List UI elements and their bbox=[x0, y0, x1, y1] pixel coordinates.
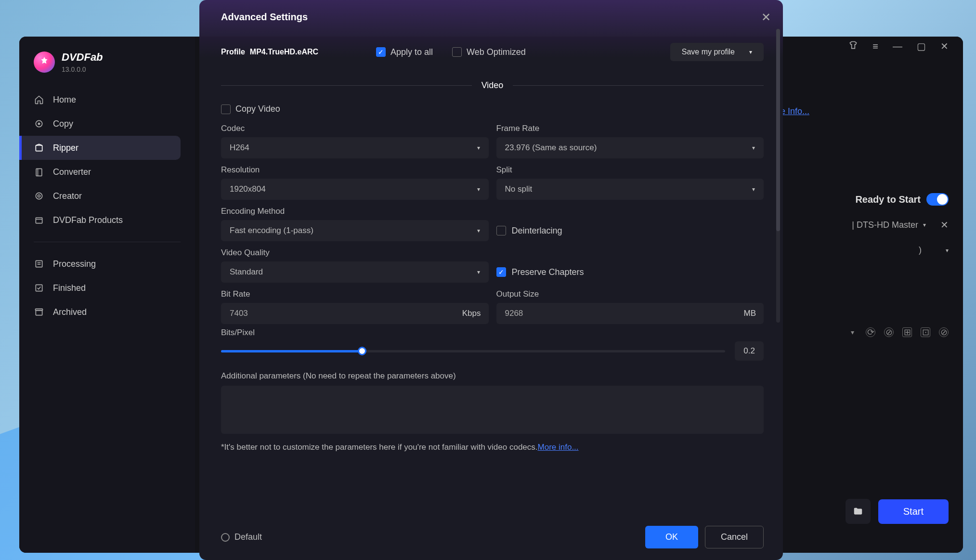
chevron-down-icon[interactable]: ▾ bbox=[923, 221, 926, 228]
sidebar-item-products[interactable]: DVDFab Products bbox=[19, 208, 195, 232]
brand-name: DVDFab bbox=[62, 51, 103, 64]
split-value: No split bbox=[505, 184, 533, 194]
output-folder-button[interactable] bbox=[846, 499, 871, 524]
default-radio[interactable]: Default bbox=[221, 532, 262, 542]
output-size-unit: MB bbox=[736, 309, 764, 318]
codec-value: H264 bbox=[230, 143, 249, 153]
checkbox-checked-icon: ✓ bbox=[496, 267, 506, 277]
web-optimized-label: Web Optimized bbox=[467, 47, 526, 57]
split-label: Split bbox=[496, 165, 764, 175]
finished-icon bbox=[34, 283, 44, 293]
chevron-down-icon[interactable]: ▾ bbox=[946, 247, 949, 254]
menu-icon[interactable]: ≡ bbox=[872, 41, 878, 52]
subtitle-label[interactable]: ) bbox=[919, 245, 922, 255]
divider-line bbox=[221, 85, 472, 86]
resolution-label: Resolution bbox=[221, 165, 489, 175]
slider-fill bbox=[221, 350, 362, 352]
bitspixel-slider[interactable] bbox=[221, 350, 725, 352]
action-icon-4[interactable]: ⊡ bbox=[921, 327, 930, 337]
checkbox-checked-icon: ✓ bbox=[376, 47, 386, 57]
bitrate-input[interactable] bbox=[221, 303, 455, 324]
version-label: 13.0.0.0 bbox=[62, 65, 103, 73]
deinterlacing-checkbox[interactable]: Deinterlacing bbox=[496, 220, 764, 241]
sidebar-item-ripper[interactable]: Ripper bbox=[19, 136, 181, 160]
svg-point-6 bbox=[38, 195, 40, 197]
codec-select[interactable]: H264 ▾ bbox=[221, 137, 489, 158]
ready-label: Ready to Start bbox=[855, 194, 921, 205]
sidebar-item-label: Copy bbox=[53, 119, 73, 129]
web-optimized-checkbox[interactable]: Web Optimized bbox=[452, 47, 526, 57]
minimize-button[interactable]: — bbox=[893, 41, 902, 52]
sidebar-item-processing[interactable]: Processing bbox=[19, 252, 195, 276]
cancel-button[interactable]: Cancel bbox=[705, 526, 764, 548]
quality-select[interactable]: Standard ▾ bbox=[221, 261, 489, 283]
ready-toggle[interactable] bbox=[926, 193, 949, 206]
apply-to-all-checkbox[interactable]: ✓ Apply to all bbox=[376, 47, 433, 57]
sidebar-item-label: Ripper bbox=[53, 143, 78, 153]
sidebar-item-label: Home bbox=[53, 95, 76, 105]
split-select[interactable]: No split ▾ bbox=[496, 179, 764, 200]
action-icon-1[interactable]: ⟳ bbox=[866, 327, 875, 337]
spacer bbox=[496, 207, 764, 216]
output-size-input[interactable] bbox=[496, 303, 736, 324]
tshirt-icon[interactable] bbox=[848, 40, 858, 52]
additional-params-input[interactable] bbox=[221, 386, 764, 434]
sidebar-item-label: Archived bbox=[53, 307, 87, 317]
audio-track-label[interactable]: | DTS-HD Master bbox=[852, 220, 918, 230]
resolution-select[interactable]: 1920x804 ▾ bbox=[221, 179, 489, 200]
start-button[interactable]: Start bbox=[878, 499, 949, 524]
modal-close-button[interactable]: ✕ bbox=[761, 11, 771, 24]
bitspixel-value: 0.2 bbox=[735, 341, 764, 361]
copy-video-checkbox[interactable]: Copy Video bbox=[221, 104, 280, 114]
sidebar: DVDFab 13.0.0.0 Home Copy Ripper Convert… bbox=[19, 37, 195, 553]
maximize-button[interactable]: ▢ bbox=[917, 40, 926, 52]
chevron-down-icon: ▾ bbox=[477, 186, 480, 193]
svg-rect-7 bbox=[36, 218, 42, 223]
section-video-label: Video bbox=[481, 80, 504, 91]
codec-label: Codec bbox=[221, 124, 489, 133]
sidebar-item-finished[interactable]: Finished bbox=[19, 276, 195, 300]
close-button[interactable]: ✕ bbox=[940, 40, 949, 52]
chevron-down-icon: ▾ bbox=[477, 144, 480, 151]
logo-icon bbox=[34, 52, 55, 73]
bitrate-label: Bit Rate bbox=[221, 289, 489, 299]
profile-label: Profile bbox=[221, 48, 245, 56]
encoding-label: Encoding Method bbox=[221, 207, 489, 216]
sidebar-item-home[interactable]: Home bbox=[19, 88, 195, 112]
sidebar-item-converter[interactable]: Converter bbox=[19, 160, 195, 184]
sidebar-item-creator[interactable]: Creator bbox=[19, 184, 195, 208]
checkbox-icon bbox=[496, 226, 506, 235]
copy-video-label: Copy Video bbox=[235, 104, 280, 114]
slider-thumb[interactable] bbox=[358, 347, 366, 355]
chevron-down-icon: ▾ bbox=[477, 269, 480, 275]
svg-rect-2 bbox=[36, 145, 42, 151]
chevron-down-icon: ▾ bbox=[749, 49, 752, 55]
sidebar-item-copy[interactable]: Copy bbox=[19, 112, 195, 136]
quality-label: Video Quality bbox=[221, 248, 489, 258]
processing-icon bbox=[34, 259, 44, 269]
svg-rect-14 bbox=[36, 309, 43, 310]
bitspixel-label: Bits/Pixel bbox=[221, 328, 764, 338]
framerate-select[interactable]: 23.976 (Same as source) ▾ bbox=[496, 137, 764, 158]
chevron-down-icon[interactable]: ▾ bbox=[847, 327, 857, 337]
remove-item-icon[interactable]: ✕ bbox=[940, 219, 949, 231]
sidebar-item-archived[interactable]: Archived bbox=[19, 300, 195, 324]
preserve-chapters-checkbox[interactable]: ✓ Preserve Chapters bbox=[496, 261, 764, 283]
action-icon-3[interactable]: ⊞ bbox=[902, 327, 912, 337]
sidebar-item-label: Finished bbox=[53, 283, 86, 293]
action-icon-2[interactable]: ⊘ bbox=[884, 327, 894, 337]
footnote-link[interactable]: More info... bbox=[538, 443, 579, 452]
ok-button[interactable]: OK bbox=[645, 526, 698, 548]
divider-line bbox=[513, 85, 764, 86]
home-icon bbox=[34, 94, 44, 105]
action-icon-5[interactable]: ⊘ bbox=[939, 327, 949, 337]
encoding-select[interactable]: Fast encoding (1-pass) ▾ bbox=[221, 220, 489, 241]
apply-to-all-label: Apply to all bbox=[390, 47, 433, 57]
advanced-settings-modal: Advanced Settings ✕ Profile MP4.TrueHD.e… bbox=[199, 0, 783, 560]
footnote-text: *It's better not to customize the parame… bbox=[221, 443, 538, 452]
modal-scrollbar[interactable] bbox=[776, 29, 780, 323]
save-profile-dropdown[interactable]: Save my profile ▾ bbox=[670, 43, 764, 61]
converter-icon bbox=[34, 167, 44, 177]
products-icon bbox=[34, 215, 44, 225]
app-logo: DVDFab 13.0.0.0 bbox=[19, 51, 195, 88]
